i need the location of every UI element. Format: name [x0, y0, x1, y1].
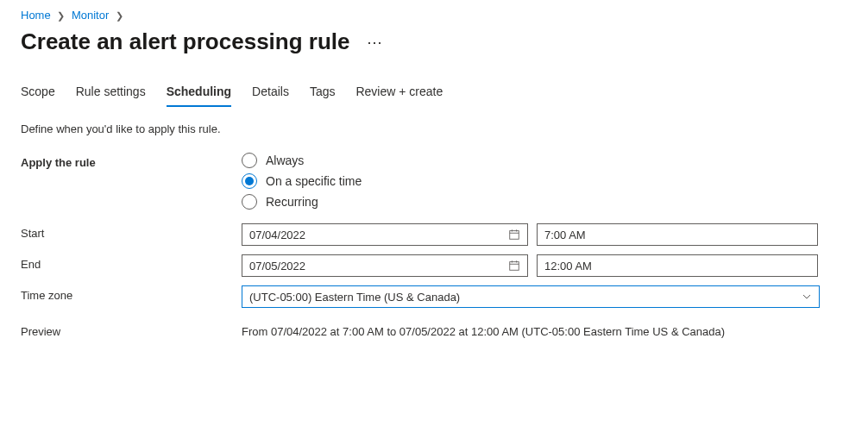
calendar-icon — [508, 229, 520, 241]
scheduling-description: Define when you'd like to apply this rul… — [21, 122, 847, 135]
apply-rule-radio-group: Always On a specific time Recurring — [242, 153, 362, 210]
start-label: Start — [21, 223, 242, 240]
chevron-right-icon: ❯ — [116, 10, 123, 21]
chevron-down-icon — [802, 291, 812, 302]
start-date-input[interactable]: 07/04/2022 — [242, 223, 528, 246]
tab-review-create[interactable]: Review + create — [355, 79, 443, 107]
page-title: Create an alert processing rule — [21, 28, 349, 55]
chevron-right-icon: ❯ — [57, 10, 65, 21]
timezone-value: (UTC-05:00) Eastern Time (US & Canada) — [249, 291, 460, 304]
breadcrumb: Home ❯ Monitor ❯ — [21, 9, 847, 22]
radio-icon — [242, 173, 257, 189]
svg-rect-4 — [510, 262, 519, 271]
tab-rule-settings[interactable]: Rule settings — [76, 79, 146, 107]
breadcrumb-home[interactable]: Home — [21, 9, 51, 22]
tab-scope[interactable]: Scope — [21, 79, 55, 107]
end-time-value: 12:00 AM — [544, 260, 592, 273]
tab-scheduling[interactable]: Scheduling — [167, 79, 231, 107]
start-time-value: 7:00 AM — [544, 229, 586, 241]
tab-details[interactable]: Details — [252, 79, 289, 107]
more-actions-button[interactable]: ⋯ — [363, 31, 387, 53]
start-date-value: 07/04/2022 — [249, 229, 305, 241]
radio-recurring[interactable]: Recurring — [242, 194, 362, 210]
preview-label: Preview — [21, 322, 242, 338]
end-date-value: 07/05/2022 — [249, 260, 305, 273]
timezone-label: Time zone — [21, 285, 242, 302]
end-label: End — [21, 254, 242, 271]
tabs: Scope Rule settings Scheduling Details T… — [21, 79, 847, 107]
apply-rule-label: Apply the rule — [21, 153, 242, 169]
breadcrumb-monitor[interactable]: Monitor — [72, 9, 109, 22]
calendar-icon — [508, 260, 520, 272]
svg-rect-0 — [510, 231, 519, 240]
end-time-input[interactable]: 12:00 AM — [537, 254, 818, 277]
preview-text: From 07/04/2022 at 7:00 AM to 07/05/2022… — [242, 322, 725, 338]
timezone-select[interactable]: (UTC-05:00) Eastern Time (US & Canada) — [242, 285, 820, 308]
radio-icon — [242, 194, 257, 210]
radio-always[interactable]: Always — [242, 153, 362, 168]
end-date-input[interactable]: 07/05/2022 — [242, 254, 528, 277]
tab-tags[interactable]: Tags — [310, 79, 336, 107]
radio-specific-time[interactable]: On a specific time — [242, 173, 362, 189]
radio-recurring-label: Recurring — [266, 195, 318, 209]
radio-icon — [242, 153, 257, 168]
radio-specific-label: On a specific time — [266, 174, 362, 188]
radio-always-label: Always — [266, 154, 304, 167]
start-time-input[interactable]: 7:00 AM — [537, 223, 818, 246]
